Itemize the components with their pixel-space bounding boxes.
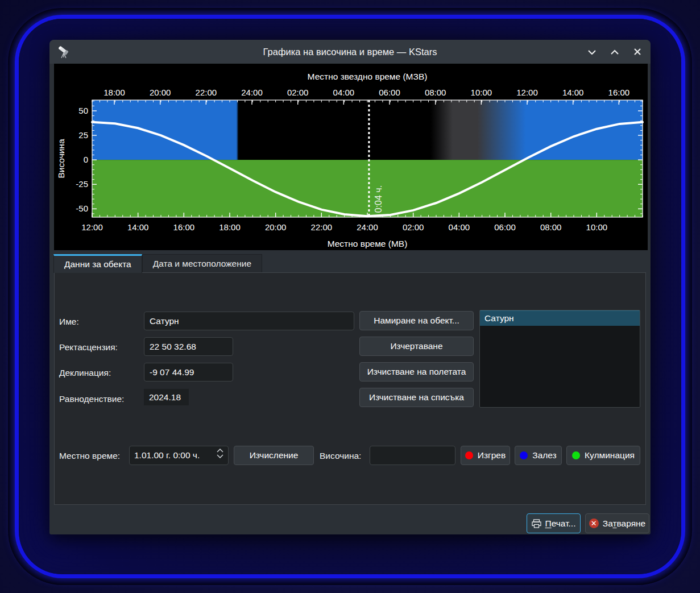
printer-icon	[532, 519, 541, 528]
spinbox-arrows[interactable]	[217, 449, 223, 458]
local-time-label: Местно време:	[59, 451, 120, 461]
svg-text:Местно звездно време (МЗВ): Местно звездно време (МЗВ)	[308, 72, 428, 81]
find-object-button[interactable]: Намиране на обект...	[359, 311, 474, 330]
svg-text:24:00: 24:00	[357, 222, 378, 232]
svg-text:14:00: 14:00	[562, 88, 584, 97]
set-blue-dot-icon	[520, 451, 528, 459]
altitude-vs-time-window: Графика на височина и време — KStars 0:0…	[49, 40, 651, 534]
maximize-button[interactable]	[607, 44, 622, 59]
rise-red-dot-icon	[465, 451, 473, 459]
svg-text:02:00: 02:00	[403, 222, 424, 232]
svg-text:-50: -50	[76, 204, 88, 213]
svg-text:02:00: 02:00	[287, 88, 309, 97]
svg-text:14:00: 14:00	[127, 222, 149, 232]
close-circle-icon: ✕	[589, 519, 599, 528]
altitude-label: Височина:	[320, 451, 361, 461]
svg-text:12:00: 12:00	[81, 222, 103, 232]
equinox-label: Равноденствие:	[59, 394, 124, 404]
svg-text:18:00: 18:00	[103, 88, 125, 97]
svg-text:16:00: 16:00	[173, 222, 195, 232]
svg-text:22:00: 22:00	[311, 222, 333, 232]
close-label: Затваряне	[603, 519, 645, 529]
svg-text:06:00: 06:00	[379, 88, 400, 97]
tab-date-location[interactable]: Дата и местоположение	[142, 254, 262, 273]
clear-list-button[interactable]: Изчистване на списъка	[359, 388, 474, 407]
titlebar[interactable]: Графика на височина и време — KStars	[49, 40, 651, 64]
svg-text:22:00: 22:00	[196, 88, 217, 97]
clear-fields-button[interactable]: Изчистване на полетата	[359, 362, 474, 381]
svg-text:16:00: 16:00	[608, 88, 630, 97]
plot-button[interactable]: Изчертаване	[359, 337, 474, 356]
spin-down-icon	[217, 454, 223, 458]
svg-text:25: 25	[78, 130, 88, 140]
tab-object-data[interactable]: Данни за обекта	[53, 254, 142, 273]
culmination-button[interactable]: Кулминация	[566, 446, 640, 465]
culmination-green-dot-icon	[572, 451, 580, 459]
print-label: Печат...	[545, 519, 576, 529]
object-list[interactable]: Сатурн	[479, 310, 640, 408]
print-button[interactable]: Печат...	[527, 513, 581, 533]
dec-input[interactable]	[144, 363, 233, 381]
ra-label: Ректасцензия:	[59, 342, 118, 353]
svg-text:10:00: 10:00	[586, 222, 608, 232]
altitude-vs-time-chart: 0:04 ч.18:0020:0022:0024:0002:0004:0006:…	[54, 64, 648, 250]
svg-text:10:00: 10:00	[471, 88, 492, 97]
svg-text:24:00: 24:00	[241, 88, 263, 97]
name-label: Име:	[59, 317, 79, 327]
svg-text:20:00: 20:00	[265, 222, 287, 232]
desktop-background: Графика на височина и време — KStars 0:0…	[0, 0, 700, 593]
list-item-selected[interactable]: Сатурн	[480, 310, 640, 326]
svg-text:20:00: 20:00	[150, 88, 171, 97]
svg-text:12:00: 12:00	[516, 88, 538, 97]
window-title: Графика на височина и време — KStars	[49, 47, 651, 57]
svg-text:Височина: Височина	[56, 139, 66, 178]
equinox-value: 2024.18	[144, 389, 189, 405]
altitude-input[interactable]	[370, 446, 455, 465]
dec-label: Деклинация:	[59, 368, 111, 378]
svg-text:06:00: 06:00	[494, 222, 516, 232]
set-button[interactable]: Залез	[515, 446, 562, 465]
chart-svg: 0:04 ч.18:0020:0022:0024:0002:0004:0006:…	[54, 64, 648, 250]
svg-text:0: 0	[84, 155, 88, 164]
minimize-button[interactable]	[585, 44, 599, 59]
rise-button[interactable]: Изгрев	[461, 446, 510, 465]
svg-text:08:00: 08:00	[540, 222, 562, 232]
svg-text:08:00: 08:00	[425, 88, 446, 97]
svg-text:0:04 ч.: 0:04 ч.	[374, 185, 383, 213]
spin-up-icon	[217, 449, 223, 453]
svg-text:Местно време (МВ): Местно време (МВ)	[328, 239, 408, 248]
close-dialog-button[interactable]: ✕ Затваряне	[585, 513, 649, 533]
svg-text:-25: -25	[76, 179, 88, 189]
svg-text:04:00: 04:00	[449, 222, 470, 232]
local-time-spinbox[interactable]: 1.01.00 г. 0:00 ч.	[129, 446, 229, 465]
svg-text:18:00: 18:00	[219, 222, 241, 232]
svg-text:04:00: 04:00	[333, 88, 355, 97]
close-button[interactable]	[630, 44, 645, 59]
svg-text:50: 50	[78, 106, 88, 115]
tab-bar: Данни за обекта Дата и местоположение	[53, 254, 262, 273]
name-input[interactable]	[144, 312, 354, 330]
compute-button[interactable]: Изчисление	[234, 446, 314, 465]
ra-input[interactable]	[144, 337, 233, 356]
telescope-icon	[56, 44, 71, 59]
